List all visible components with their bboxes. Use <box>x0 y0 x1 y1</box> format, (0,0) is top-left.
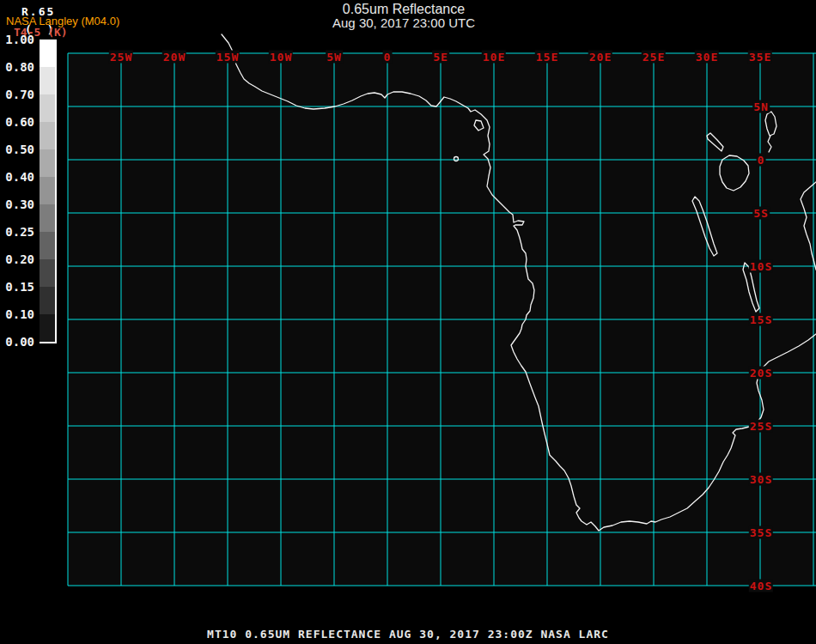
lon-label-20W: 20W <box>162 51 186 64</box>
lon-label-10W: 10W <box>269 51 293 64</box>
colorbar-bin <box>40 122 55 149</box>
lat-label-0: 0 <box>757 154 766 167</box>
colorbar-tick-0.20: 0.20 <box>0 252 34 266</box>
colorbar <box>40 39 57 343</box>
colorbar-bin <box>40 177 55 204</box>
colorbar-tick-0.00: 0.00 <box>0 335 34 349</box>
colorbar-bin <box>40 149 55 177</box>
lat-label-5N: 5N <box>752 100 770 113</box>
colorbar-tick-0.25: 0.25 <box>0 225 34 239</box>
colorbar-bin <box>40 287 55 314</box>
lon-label-5E: 5E <box>432 51 449 64</box>
lon-label-0: 0 <box>383 51 393 64</box>
lon-label-15W: 15W <box>216 51 240 64</box>
colorbar-bin <box>40 204 55 232</box>
colorbar-tick-0.70: 0.70 <box>0 88 34 101</box>
lon-label-35E: 35E <box>748 51 772 64</box>
lat-label-15S: 15S <box>749 313 773 326</box>
satellite-image-viewer: 0.65um Reflectance Aug 30, 2017 23:00 UT… <box>0 0 816 644</box>
lon-label-15E: 15E <box>535 51 559 64</box>
page-title: 0.65um Reflectance <box>332 2 475 16</box>
map-canvas <box>0 0 816 644</box>
lon-label-5W: 5W <box>326 51 343 64</box>
colorbar-tick-0.30: 0.30 <box>0 197 34 211</box>
lon-label-10E: 10E <box>482 51 506 64</box>
colorbar-tick-0.50: 0.50 <box>0 143 34 156</box>
colorbar-bin <box>40 259 55 287</box>
colorbar-bin <box>40 94 55 122</box>
colorbar-bin <box>40 232 55 259</box>
lon-label-25W: 25W <box>109 51 133 64</box>
lon-label-30E: 30E <box>695 51 719 64</box>
colorbar-tick-0.60: 0.60 <box>0 115 34 129</box>
colorbar-bin <box>40 314 55 342</box>
lat-label-5S: 5S <box>752 207 770 220</box>
colorbar-bin <box>40 39 55 67</box>
lon-label-25E: 25E <box>642 51 666 64</box>
map-title-block: 0.65um Reflectance Aug 30, 2017 23:00 UT… <box>332 2 475 30</box>
colorbar-bin <box>40 67 55 94</box>
lat-label-25S: 25S <box>749 420 773 433</box>
colorbar-tick-0.40: 0.40 <box>0 170 34 184</box>
status-bar-text: MT10 0.65UM REFLECTANCE AUG 30, 2017 23:… <box>207 628 609 641</box>
lat-label-10S: 10S <box>749 260 773 273</box>
colorbar-tick-0.15: 0.15 <box>0 280 34 294</box>
lat-label-40S: 40S <box>749 580 773 592</box>
colorbar-tick-1.00: 1.00 <box>0 33 34 46</box>
lat-label-35S: 35S <box>749 526 773 539</box>
colorbar-tick-0.80: 0.80 <box>0 60 34 74</box>
lon-label-20E: 20E <box>588 51 612 64</box>
lat-label-20S: 20S <box>749 367 773 380</box>
lat-label-30S: 30S <box>749 473 773 486</box>
timestamp: Aug 30, 2017 23:00 UTC <box>332 16 475 30</box>
colorbar-tick-0.10: 0.10 <box>0 307 34 321</box>
